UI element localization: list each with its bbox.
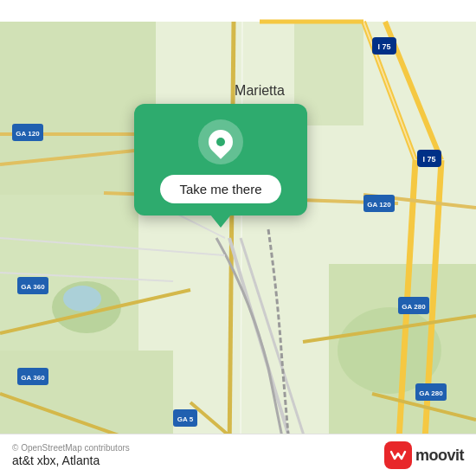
svg-text:I 75: I 75 [377, 42, 390, 51]
svg-point-8 [63, 286, 101, 312]
popup-card: Take me there [134, 104, 307, 215]
svg-text:GA 280: GA 280 [402, 303, 426, 311]
svg-text:Marietta: Marietta [235, 83, 285, 98]
take-me-there-button[interactable]: Take me there [160, 175, 280, 203]
svg-text:GA 360: GA 360 [21, 374, 45, 382]
map-background: I 75 I 75 GA 120 GA 120 GA 120 GA 360 GA… [0, 0, 476, 476]
svg-text:GA 360: GA 360 [21, 283, 45, 291]
moovit-logo: moovit [384, 441, 464, 469]
bottom-left: © OpenStreetMap contributors at&t xbx, A… [12, 443, 130, 467]
svg-rect-1 [0, 22, 156, 195]
location-icon-wrap [198, 119, 243, 164]
moovit-icon [384, 441, 412, 469]
map-attribution: © OpenStreetMap contributors [12, 443, 130, 453]
moovit-brand-text: moovit [415, 447, 464, 465]
svg-text:I 75: I 75 [422, 155, 435, 164]
svg-text:GA 120: GA 120 [367, 201, 391, 209]
svg-text:GA 280: GA 280 [419, 389, 443, 397]
place-name: at&t xbx, Atlanta [12, 453, 130, 467]
bottom-bar: © OpenStreetMap contributors at&t xbx, A… [0, 434, 476, 476]
svg-text:GA 5: GA 5 [177, 415, 194, 423]
location-pin-icon [203, 125, 238, 159]
svg-text:GA 120: GA 120 [16, 130, 40, 138]
map-container: I 75 I 75 GA 120 GA 120 GA 120 GA 360 GA… [0, 0, 476, 476]
